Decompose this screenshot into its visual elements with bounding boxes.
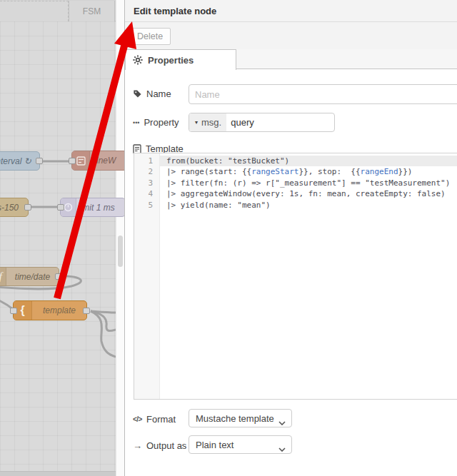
output-select[interactable]: Plain text	[189, 435, 292, 454]
code-gutter: 12345	[134, 153, 160, 399]
template-code-editor[interactable]: 12345 from(bucket: "testBucket")|> range…	[134, 153, 457, 400]
name-input[interactable]	[189, 84, 457, 104]
flow-canvas[interactable]: FSM nterval ↻ sineW s-150	[0, 0, 124, 476]
delete-button[interactable]: Delete	[129, 28, 171, 45]
node-label: limit 1 ms	[76, 203, 124, 213]
node-label: time/date	[6, 272, 59, 282]
dialog-title: Edit template node	[125, 0, 457, 22]
node-label: sineW	[90, 156, 124, 166]
output-port[interactable]	[83, 308, 90, 314]
output-label-text: Output as	[146, 440, 186, 451]
property-typed-input[interactable]: ▾ msg. query	[189, 113, 335, 132]
format-select[interactable]: Mustache template	[189, 409, 292, 427]
code-text: |> range(start: {{	[166, 167, 251, 176]
format-select-value: Mustache template	[196, 413, 274, 424]
node-limit[interactable]: limit 1 ms	[60, 198, 124, 217]
chevron-down-icon	[278, 443, 286, 454]
output-port[interactable]	[36, 158, 43, 164]
chevron-down-icon	[278, 417, 286, 427]
input-port[interactable]	[69, 158, 76, 164]
node-interval[interactable]: nterval ↻	[0, 151, 40, 171]
dialog-header: Edit template node	[125, 0, 457, 22]
output-select-value: Plain text	[196, 440, 233, 450]
scrollbar-thumb[interactable]	[118, 236, 123, 267]
format-field-label: </> Format	[133, 414, 176, 425]
line-number: 2	[134, 166, 159, 177]
code-text: }})	[398, 167, 413, 176]
code-line[interactable]: |> yield(name: "mean")	[160, 200, 457, 211]
edit-template-dialog: Edit template node Delete	[124, 0, 457, 476]
code-icon: </>	[133, 415, 142, 423]
code-line[interactable]: |> range(start: {{rangeStart}}, stop: {{…	[160, 166, 457, 177]
node-template-selected[interactable]: { template	[13, 300, 87, 320]
name-field-label: Name	[133, 88, 171, 99]
dialog-content: Name ••• Property ▾ msg. query Templ	[125, 69, 457, 476]
mustache-token: rangeEnd	[361, 167, 398, 176]
output-port[interactable]	[55, 273, 62, 280]
line-number: 4	[134, 188, 159, 199]
property-value[interactable]: query	[226, 113, 254, 131]
flow-wires	[0, 0, 116, 476]
code-text: from(bucket: "testBucket")	[166, 156, 289, 166]
tab-properties[interactable]: Properties	[125, 49, 236, 70]
msg-prefix-dropdown[interactable]: ▾ msg.	[189, 113, 226, 131]
output-field-label: → Output as	[133, 440, 186, 451]
arrow-right-icon: →	[133, 440, 142, 451]
function-icon: f	[0, 268, 6, 285]
input-port[interactable]	[57, 204, 64, 211]
canvas-bottom-edge	[0, 471, 116, 476]
node-timedate[interactable]: f time/date	[0, 267, 59, 286]
node-label: nterval ↻	[0, 156, 39, 166]
line-number: 5	[134, 200, 159, 211]
code-text: }}, stop: {{	[298, 167, 360, 176]
property-field-label: ••• Property	[133, 117, 179, 128]
output-port[interactable]	[24, 204, 31, 211]
node-label: template	[32, 305, 86, 315]
tag-icon	[133, 89, 142, 98]
screen: FSM nterval ↻ sineW s-150	[0, 0, 457, 476]
code-text: |> yield(name: "mean")	[166, 201, 271, 210]
name-label-text: Name	[146, 88, 171, 99]
canvas-vertical-scrollbar[interactable]	[116, 0, 124, 476]
code-line[interactable]: from(bucket: "testBucket")	[160, 156, 457, 166]
code-line[interactable]: |> filter(fn: (r) => r["_measurement"] =…	[160, 178, 457, 188]
ellipsis-icon: •••	[133, 119, 139, 126]
code-lines[interactable]: from(bucket: "testBucket")|> range(start…	[160, 153, 457, 399]
msg-prefix-label: msg.	[201, 117, 221, 128]
caret-down-icon: ▾	[195, 119, 198, 126]
code-line[interactable]: |> aggregateWindow(every: 1s, fn: mean, …	[160, 188, 457, 199]
input-port[interactable]	[10, 308, 17, 314]
code-text: |> filter(fn: (r) => r["_measurement"] =…	[166, 178, 450, 188]
gear-icon	[133, 55, 143, 65]
line-number: 1	[134, 156, 159, 166]
property-label-text: Property	[144, 117, 179, 128]
dialog-button-bar: Delete	[125, 22, 457, 49]
node-scale[interactable]: s-150	[0, 198, 29, 217]
code-text: |> aggregateWindow(every: 1s, fn: mean, …	[166, 189, 446, 198]
node-sinewave[interactable]: sineW	[71, 151, 124, 171]
format-label-text: Format	[146, 414, 176, 425]
tab-label: Properties	[148, 55, 194, 66]
line-number: 3	[134, 178, 159, 188]
mustache-token: rangeStart	[251, 167, 298, 176]
